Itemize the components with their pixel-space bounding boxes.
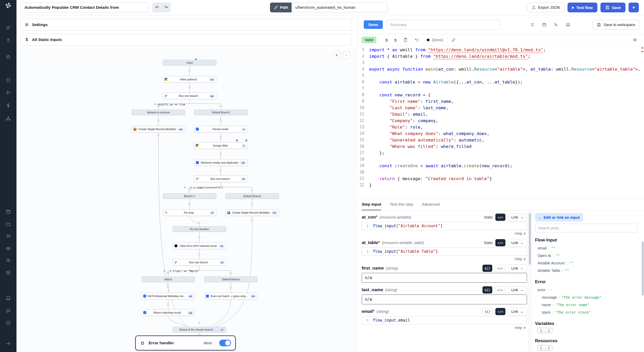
connector-diamond-icon[interactable] bbox=[251, 219, 253, 222]
redo-button[interactable]: ↷ bbox=[162, 3, 170, 12]
field-value-input[interactable] bbox=[362, 273, 527, 283]
step-inputs-scrollbar[interactable] bbox=[528, 211, 531, 352]
tab-step-input[interactable]: Step Input bbox=[362, 199, 381, 210]
code-mode-toggle[interactable]: </> bbox=[495, 239, 505, 246]
prop-entry[interactable]: message:"The error message" bbox=[535, 294, 640, 301]
prop-entry[interactable]: email:"" bbox=[535, 244, 640, 252]
flow-node-match[interactable]: Match bbox=[141, 276, 195, 282]
code-mode-toggle[interactable]: </> bbox=[495, 265, 505, 272]
flow-node-parses-email[interactable]: Parses emaila bbox=[194, 126, 248, 132]
add-step-icon[interactable]: ⊕ bbox=[236, 138, 239, 142]
home-icon[interactable] bbox=[4, 75, 13, 85]
eye-icon[interactable] bbox=[4, 244, 13, 253]
expression-editor[interactable]: 1flow_input["Airtable Account"] bbox=[362, 222, 527, 230]
book-icon[interactable] bbox=[4, 294, 13, 303]
template-mode-toggle[interactable]: ${} bbox=[482, 308, 493, 315]
zoom-out-button[interactable]: - bbox=[343, 52, 350, 59]
flow-node-return-matching-result[interactable]: Return matching resultag bbox=[141, 309, 195, 316]
flow-node-kill-professional-websites-mentions[interactable]: Kill Professional Websites mentionsad bbox=[141, 293, 195, 299]
flow-node-result-of-the-chosen-branch[interactable]: Result of the chosen branchaf bbox=[173, 327, 226, 332]
help-toggle[interactable]: Help▾ bbox=[362, 256, 527, 261]
dollar-icon[interactable] bbox=[4, 101, 13, 110]
prop-entry[interactable]: name:"The error name" bbox=[535, 301, 640, 308]
export-json-button[interactable]: Export JSON bbox=[527, 3, 564, 12]
save-to-workspace-button[interactable]: Save to workspace bbox=[592, 20, 639, 30]
code-mode-toggle[interactable]: </> bbox=[495, 286, 505, 294]
flow-node-create-single-record-airtable[interactable]: Create Single Record (Airtable)an bbox=[225, 209, 279, 216]
remove-branch-icon[interactable]: × bbox=[163, 269, 165, 273]
flow-title-input[interactable]: Automatically Populate CRM Contact Detai… bbox=[21, 3, 149, 12]
connector-diamond-icon[interactable] bbox=[188, 203, 191, 205]
prop-panel-scrollbar[interactable] bbox=[642, 241, 644, 296]
drawer-icon[interactable] bbox=[566, 22, 570, 27]
code-assistant-status[interactable]: (Deno) bbox=[426, 38, 443, 42]
phone-icon[interactable] bbox=[554, 22, 558, 27]
code-mode-toggle[interactable]: </> bbox=[495, 214, 505, 221]
swap-icon[interactable] bbox=[530, 22, 535, 27]
github-icon[interactable] bbox=[4, 318, 13, 328]
link-input-button[interactable]: Link→ bbox=[508, 286, 527, 294]
connector-diamond-icon[interactable] bbox=[157, 134, 160, 137]
star-icon[interactable] bbox=[4, 52, 13, 61]
apps-icon[interactable] bbox=[4, 23, 13, 32]
play-icon[interactable] bbox=[4, 88, 13, 97]
error-handler-toggle[interactable] bbox=[219, 340, 231, 346]
flow-node-default-branch[interactable]: Default Branch bbox=[194, 110, 248, 115]
gear-icon[interactable] bbox=[4, 256, 13, 265]
connector-diamond-icon[interactable] bbox=[219, 105, 222, 108]
worker-icon[interactable] bbox=[4, 268, 13, 277]
all-static-inputs-bar[interactable]: $ All Static Inputs bbox=[21, 34, 352, 46]
flow-node-input[interactable]: Input bbox=[163, 60, 216, 65]
prop-entry[interactable]: error:- bbox=[535, 286, 640, 294]
flow-node-run-one-branch[interactable]: Run one branchal bbox=[194, 175, 248, 182]
prop-entry[interactable]: Open AI:"" bbox=[535, 252, 640, 259]
flow-node-inline-python3[interactable]: Inline python3ao bbox=[163, 76, 216, 83]
search-prop-input[interactable] bbox=[535, 224, 638, 232]
edit-path-button[interactable]: Path bbox=[270, 3, 292, 12]
tab-test-this-step[interactable]: Test this step bbox=[390, 199, 413, 210]
summary-input[interactable] bbox=[387, 20, 500, 30]
link-input-button[interactable]: Link→ bbox=[508, 264, 527, 272]
save-dropdown-button[interactable]: ▾ bbox=[629, 3, 639, 12]
connector-diamond-icon[interactable] bbox=[219, 119, 222, 122]
path-input[interactable]: u/henri/crm_automated_no_human bbox=[292, 3, 387, 12]
connector-diamond-icon[interactable] bbox=[157, 119, 160, 122]
code-editor[interactable]: 1import * as wmill from "https://deno.la… bbox=[358, 46, 644, 198]
connector-diamond-icon[interactable] bbox=[198, 253, 201, 255]
collapse-icon[interactable] bbox=[4, 339, 13, 348]
zoom-in-button[interactable]: + bbox=[333, 52, 340, 59]
connector-diamond-icon[interactable] bbox=[167, 303, 170, 306]
flow-node-for-loop[interactable]: ↻For loopai bbox=[163, 209, 216, 216]
users-icon[interactable] bbox=[4, 231, 13, 241]
connector-diamond-icon[interactable] bbox=[188, 86, 191, 89]
link-input-button[interactable]: Link→ bbox=[508, 308, 527, 315]
connector-diamond-icon[interactable] bbox=[230, 286, 232, 289]
connector-diamond-icon[interactable] bbox=[198, 236, 201, 238]
connector-diamond-icon[interactable] bbox=[167, 286, 170, 289]
add-resource-icon[interactable]: $ bbox=[394, 38, 396, 42]
flow-node-open-ai-to-tell-if-relevant-result[interactable]: Open AI to tell if relevant resultae bbox=[173, 242, 226, 249]
flow-node-run-one-branch[interactable]: Run one branchaf bbox=[173, 259, 226, 266]
code-mode-toggle[interactable]: </> bbox=[495, 308, 505, 315]
remove-branch-icon[interactable]: × bbox=[154, 103, 156, 106]
object-badge[interactable]: {...} bbox=[538, 345, 552, 350]
template-mode-toggle[interactable]: ${} bbox=[482, 286, 493, 294]
flow-node-create-single-record-airtable[interactable]: Create Single Record (Airtable)aq bbox=[132, 126, 185, 132]
folder-icon[interactable] bbox=[4, 220, 13, 229]
connector-diamond-icon[interactable] bbox=[198, 222, 201, 224]
flow-canvas[interactable]: InputInline python3aoRun one branchapdom… bbox=[16, 48, 358, 352]
connector-diamond-icon[interactable] bbox=[198, 322, 201, 324]
flow-node-default-branch[interactable]: Default Branch bbox=[225, 193, 279, 199]
connector-diamond-icon[interactable] bbox=[219, 153, 222, 155]
eye-icon[interactable] bbox=[633, 38, 637, 42]
error-handler-node[interactable]: Error handler deno bbox=[135, 336, 236, 350]
window-icon[interactable] bbox=[542, 22, 547, 27]
format-brush-icon[interactable] bbox=[451, 38, 456, 42]
link-input-button[interactable]: Link→ bbox=[508, 239, 527, 247]
help-toggle[interactable]: Help▾ bbox=[362, 230, 527, 236]
flow-node-domain-is-common[interactable]: domain is common bbox=[132, 110, 185, 115]
add-variable-icon[interactable]: $ bbox=[386, 38, 388, 42]
flow-node-does-not-match-gives-empty-value[interactable]: Does not match -> gives empty valueah bbox=[204, 293, 258, 299]
connector-diamond-icon[interactable] bbox=[251, 203, 253, 205]
remove-step-icon[interactable]: ⊗ bbox=[245, 138, 248, 142]
